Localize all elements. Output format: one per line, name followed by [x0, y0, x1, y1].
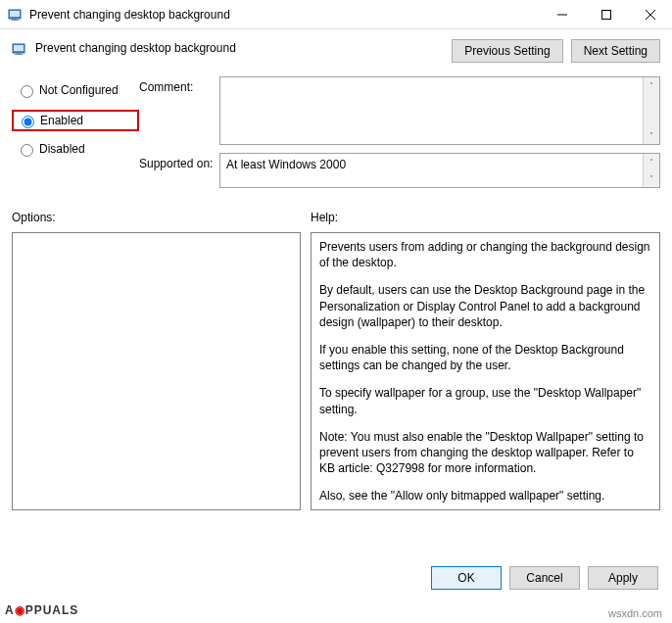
radio-disabled[interactable]: Disabled — [12, 139, 139, 159]
comment-textarea[interactable] — [220, 77, 643, 144]
close-button[interactable] — [628, 0, 672, 28]
comment-scrollbar[interactable]: ˄ ˅ — [643, 77, 659, 144]
window-title: Prevent changing desktop background — [29, 8, 540, 22]
next-setting-button[interactable]: Next Setting — [571, 39, 660, 63]
svg-rect-10 — [17, 53, 21, 54]
radio-disabled-input[interactable] — [21, 144, 33, 157]
svg-rect-11 — [15, 54, 23, 55]
state-radios: Not Configured Enabled Disabled — [12, 76, 139, 196]
titlebar: Prevent changing desktop background — [0, 0, 672, 29]
apply-button[interactable]: Apply — [588, 566, 658, 590]
radio-enabled[interactable]: Enabled — [12, 110, 139, 131]
radio-not-configured-input[interactable] — [21, 85, 33, 98]
policy-title: Prevent changing desktop background — [35, 39, 452, 55]
help-text: By default, users can use the Desktop Ba… — [319, 282, 651, 330]
radio-enabled-label: Enabled — [40, 114, 83, 127]
help-label: Help: — [311, 211, 660, 224]
watermark-logo: A◉PPUALS — [5, 597, 78, 619]
header-row: Prevent changing desktop background Prev… — [12, 29, 660, 71]
comment-label: Comment: — [139, 76, 219, 145]
minimize-button[interactable] — [540, 0, 584, 28]
dialog-buttons: OK Cancel Apply — [431, 566, 658, 590]
policy-icon — [12, 41, 27, 57]
scroll-up-icon[interactable]: ˄ — [644, 77, 659, 94]
radio-disabled-label: Disabled — [39, 142, 85, 156]
watermark-site: wsxdn.com — [608, 607, 662, 619]
help-text: If you enable this setting, none of the … — [319, 342, 651, 373]
supported-value: At least Windows 2000 — [220, 154, 643, 187]
radio-not-configured-label: Not Configured — [39, 83, 119, 97]
svg-rect-2 — [13, 19, 17, 20]
help-text: Prevents users from adding or changing t… — [319, 239, 651, 270]
radio-enabled-input[interactable] — [22, 116, 34, 128]
window-controls — [540, 0, 672, 28]
scroll-down-icon[interactable]: ˅ — [644, 170, 659, 187]
help-text: To specify wallpaper for a group, use th… — [319, 385, 651, 416]
ok-button[interactable]: OK — [431, 566, 502, 590]
help-text: Also, see the "Allow only bitmapped wall… — [319, 488, 651, 503]
svg-rect-9 — [14, 45, 24, 51]
maximize-button[interactable] — [584, 0, 628, 28]
svg-rect-3 — [11, 20, 19, 21]
radio-not-configured[interactable]: Not Configured — [12, 80, 139, 100]
previous-setting-button[interactable]: Previous Setting — [452, 39, 562, 63]
svg-rect-1 — [10, 11, 20, 17]
scroll-up-icon[interactable]: ˄ — [644, 154, 659, 170]
options-label: Options: — [12, 211, 301, 224]
scroll-down-icon[interactable]: ˅ — [644, 127, 659, 144]
policy-app-icon — [8, 7, 24, 23]
supported-scrollbar[interactable]: ˄ ˅ — [643, 154, 659, 187]
options-panel — [12, 232, 301, 510]
svg-rect-5 — [601, 10, 610, 19]
help-text: Note: You must also enable the "Desktop … — [319, 429, 651, 477]
supported-label: Supported on: — [139, 153, 219, 188]
help-panel: Prevents users from adding or changing t… — [311, 232, 660, 510]
cancel-button[interactable]: Cancel — [509, 566, 580, 590]
